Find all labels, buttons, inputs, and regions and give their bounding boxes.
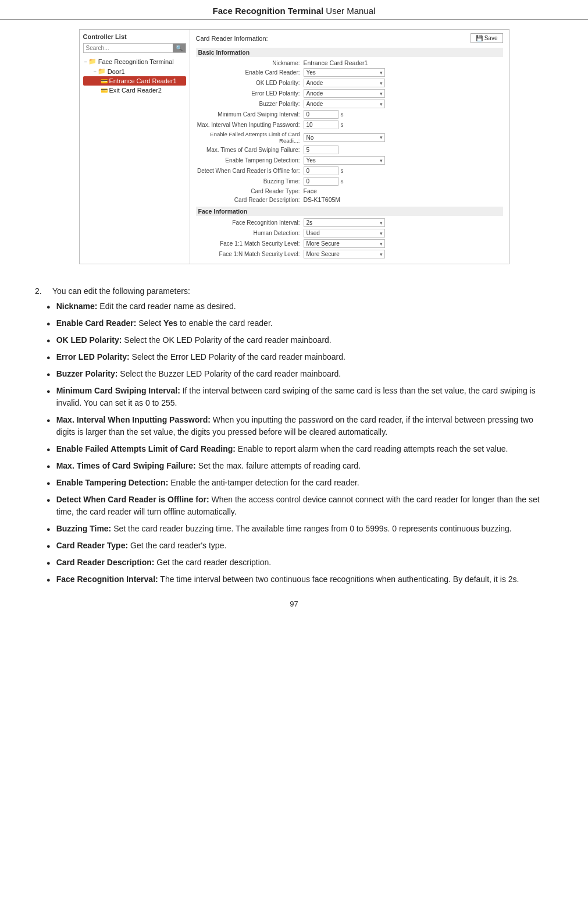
field-ok-led: OK LED Polarity: Anode Cathode [196, 79, 503, 87]
ok-led-select[interactable]: Anode Cathode [304, 79, 385, 87]
value-nickname: Entrance Card Reader1 [304, 59, 503, 66]
controller-list-panel: Controller List 🔍 − 📁 Face Recognition T… [80, 30, 190, 264]
face-recog-interval-select[interactable]: 2s 3s [304, 218, 385, 227]
buzzer-polarity-select[interactable]: Anode Cathode [304, 100, 385, 108]
unit-offline-detect: s [341, 168, 344, 174]
field-max-swipe-failure: Max. Times of Card Swiping Failure: [196, 146, 503, 154]
list-item-failed-attempts: Enable Failed Attempts Limit of Card Rea… [47, 443, 553, 455]
screenshot-area: Controller List 🔍 − 📁 Face Recognition T… [79, 29, 509, 264]
text-min-swipe: Minimum Card Swiping Interval: If the in… [56, 385, 553, 409]
field-buzzing-time: Buzzing Time: s [196, 177, 503, 186]
field-buzzer-polarity: Buzzer Polarity: Anode Cathode [196, 100, 503, 108]
tree-item-exit[interactable]: 💳 Exit Card Reader2 [83, 86, 186, 95]
basic-info-section-title: Basic Information [196, 48, 503, 57]
bold-offline: Detect When Card Reader is Offline for: [56, 495, 209, 504]
select-buzzer-polarity[interactable]: Anode Cathode [304, 100, 385, 108]
enable-card-reader-select[interactable]: Yes No [304, 68, 385, 77]
bold-failed-attempts: Enable Failed Attempts Limit of Card Rea… [56, 444, 236, 453]
field-max-password-interval: Max. Interval When Inputting Password: s [196, 120, 503, 129]
label-face-recog-interval: Face Recognition Interval: [196, 219, 304, 226]
input-buzzing-time[interactable] [304, 177, 338, 186]
error-led-select[interactable]: Anode Cathode [304, 89, 385, 98]
field-tampering-detection: Enable Tampering Detection: Yes No [196, 156, 503, 165]
label-nickname: Nickname: [196, 60, 304, 66]
label-error-led: Error LED Polarity: [196, 90, 304, 97]
reader-icon-exit: 💳 [101, 87, 108, 94]
field-min-swipe-interval: Minimum Card Swiping Interval: s [196, 110, 503, 119]
label-offline-detect: Detect When Card Reader is Offline for: [196, 168, 304, 174]
label-card-reader-type: Card Reader Type: [196, 188, 304, 194]
folder-icon-door1: 📁 [98, 68, 106, 75]
tree-item-entrance[interactable]: 💳 Entrance Card Reader1 [83, 76, 186, 86]
field-nickname: Nickname: Entrance Card Reader1 [196, 59, 503, 66]
text-reader-type: Card Reader Type: Get the card reader's … [56, 540, 227, 552]
select-tampering-detection[interactable]: Yes No [304, 156, 385, 165]
list-item-enable-card-reader: Enable Card Reader: Select Yes to enable… [47, 317, 553, 329]
tree-item-root[interactable]: − 📁 Face Recognition Terminal [83, 56, 186, 66]
select-face1n-security[interactable]: More Secure Secure [304, 250, 385, 258]
bold-tampering: Enable Tampering Detection: [56, 478, 169, 487]
select-face-recog-interval[interactable]: 2s 3s [304, 218, 385, 227]
label-ok-led: OK LED Polarity: [196, 80, 304, 86]
field-face11-security: Face 1:1 Match Security Level: More Secu… [196, 239, 503, 248]
label-face1n-security: Face 1:N Match Security Level: [196, 251, 304, 257]
field-human-detection: Human Detection: Used Not Used [196, 229, 503, 237]
face-info-section-title: Face Information [196, 207, 503, 216]
bold-nickname: Nickname: [56, 302, 98, 311]
bold-ok-led: OK LED Polarity: [56, 335, 122, 345]
input-min-swipe-interval[interactable] [304, 110, 338, 119]
search-button[interactable]: 🔍 [173, 44, 186, 52]
label-buzzer-polarity: Buzzer Polarity: [196, 101, 304, 107]
search-box[interactable]: 🔍 [83, 43, 186, 53]
bold-reader-type: Card Reader Type: [56, 541, 128, 550]
text-reader-desc: Card Reader Description: Get the card re… [56, 556, 272, 569]
field-enable-card-reader: Enable Card Reader: Yes No [196, 68, 503, 77]
save-button[interactable]: 💾 Save [471, 33, 503, 43]
label-buzzing-time: Buzzing Time: [196, 178, 304, 185]
label-enable-failed-attempts: Enable Failed Attempts Limit of Card Rea… [196, 131, 304, 144]
folder-icon-root: 📁 [88, 58, 97, 65]
input-max-swipe-failure[interactable] [304, 146, 338, 154]
text-failed-attempts: Enable Failed Attempts Limit of Card Rea… [56, 443, 508, 455]
list-item-buzzing-time: Buzzing Time: Set the card reader buzzin… [47, 523, 553, 535]
select-ok-led[interactable]: Anode Cathode [304, 79, 385, 87]
field-face-recog-interval: Face Recognition Interval: 2s 3s [196, 218, 503, 227]
list-item-max-swipe-failure: Max. Times of Card Swiping Failure: Set … [47, 460, 553, 472]
select-enable-card-reader[interactable]: Yes No [304, 68, 385, 77]
unit-max-password-interval: s [341, 122, 344, 128]
unit-buzzing-time: s [341, 178, 344, 185]
label-card-reader-description: Card Reader Description: [196, 197, 304, 203]
step2-number: 2. [35, 286, 52, 296]
bold-max-password: Max. Interval When Inputting Password: [56, 415, 211, 424]
unit-min-swipe-interval: s [341, 111, 344, 118]
tree-item-door1[interactable]: − 📁 Door1 [83, 66, 186, 76]
list-item-ok-led: OK LED Polarity: Select the OK LED Polar… [47, 334, 553, 346]
value-card-reader-type: Face [304, 187, 503, 194]
save-icon: 💾 [476, 35, 483, 41]
select-face11-security[interactable]: More Secure Secure [304, 239, 385, 248]
select-error-led[interactable]: Anode Cathode [304, 89, 385, 98]
label-human-detection: Human Detection: [196, 230, 304, 236]
label-max-password-interval: Max. Interval When Inputting Password: [196, 122, 304, 128]
value-card-reader-description: DS-K1T605M [304, 196, 503, 203]
human-detection-select[interactable]: Used Not Used [304, 229, 385, 237]
search-input[interactable] [84, 44, 173, 52]
select-human-detection[interactable]: Used Not Used [304, 229, 385, 237]
enable-failed-attempts-select[interactable]: No Yes [304, 133, 385, 142]
tree-label-entrance: Entrance Card Reader1 [109, 77, 177, 84]
bold-min-swipe: Minimum Card Swiping Interval: [56, 386, 180, 395]
field-card-reader-type: Card Reader Type: Face [196, 187, 503, 194]
label-max-swipe-failure: Max. Times of Card Swiping Failure: [196, 147, 304, 153]
tampering-detection-select[interactable]: Yes No [304, 156, 385, 165]
input-offline-detect[interactable] [304, 166, 338, 175]
parameters-list: Nickname: Edit the card reader name as d… [47, 300, 553, 586]
text-error-led: Error LED Polarity: Select the Error LED… [56, 351, 345, 363]
input-max-password-interval[interactable] [304, 120, 338, 129]
face11-security-select[interactable]: More Secure Secure [304, 239, 385, 248]
text-offline: Detect When Card Reader is Offline for: … [56, 494, 553, 518]
label-enable-card-reader: Enable Card Reader: [196, 69, 304, 76]
face1n-security-select[interactable]: More Secure Secure [304, 250, 385, 258]
bold-reader-desc: Card Reader Description: [56, 558, 155, 567]
list-item-buzzer-polarity: Buzzer Polarity: Select the Buzzer LED P… [47, 368, 553, 380]
select-enable-failed-attempts[interactable]: No Yes [304, 133, 385, 142]
